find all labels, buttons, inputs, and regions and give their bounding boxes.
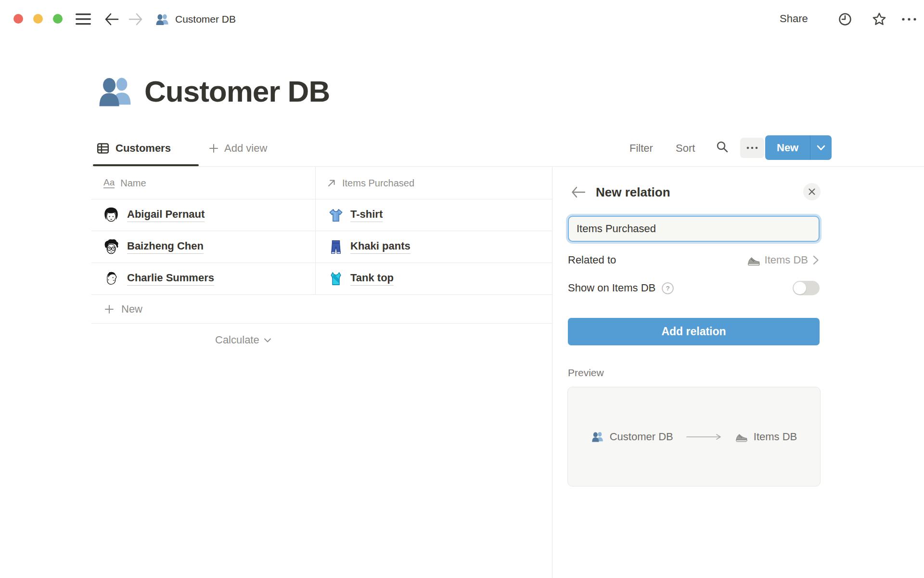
search-icon[interactable] [715, 140, 730, 154]
ellipsis-icon [746, 146, 758, 150]
tab-customers-label: Customers [116, 142, 171, 155]
show-on-label: Show on Items DB [568, 282, 655, 294]
cell-items-purchased[interactable]: Tank top [315, 271, 394, 287]
cell-name[interactable]: Baizheng Chen [91, 238, 315, 256]
preview-source-db: Customer DB [610, 431, 673, 443]
chevron-down-icon [264, 338, 271, 343]
minimize-window-button[interactable] [33, 14, 43, 24]
page-title[interactable]: Customer DB [144, 74, 330, 108]
add-relation-label: Add relation [661, 325, 726, 338]
chevron-right-icon [812, 255, 820, 265]
breadcrumb[interactable]: Customer DB [155, 12, 236, 27]
curly-glasses-avatar-icon [102, 238, 120, 256]
add-view-button[interactable]: Add view [208, 139, 267, 158]
window-titlebar: Customer DB Share [0, 0, 924, 39]
busts-in-silhouette-icon [155, 12, 169, 26]
relation-preview-card: Customer DB Items DB [567, 387, 821, 486]
new-record-button[interactable]: New [765, 135, 810, 160]
t-shirt-icon [328, 207, 344, 223]
woman-bob-avatar-icon [102, 206, 120, 224]
new-button-label: New [777, 142, 798, 154]
record-link[interactable]: Abigail Pernaut [127, 208, 205, 222]
running-shirt-icon [328, 271, 344, 287]
panel-close-button[interactable] [803, 183, 821, 200]
related-to-value: Items DB [765, 254, 808, 266]
table-row: Charlie Summers Tank top [91, 263, 552, 294]
calculate-button[interactable]: Calculate [215, 331, 271, 349]
new-button-dropdown[interactable] [810, 135, 832, 160]
record-link[interactable]: Charlie Summers [127, 272, 214, 286]
table-row: Baizheng Chen Khaki pants [91, 231, 552, 263]
column-header-label: Name [120, 178, 146, 189]
add-view-label: Add view [224, 142, 267, 155]
new-record-split-button: New [765, 135, 832, 160]
zoom-window-button[interactable] [53, 14, 63, 24]
busts-in-silhouette-icon[interactable] [96, 72, 134, 110]
active-tab-underline [93, 164, 199, 166]
tab-customers[interactable]: Customers [96, 139, 171, 158]
column-header-items-purchased[interactable]: Items Purchased [326, 173, 414, 193]
table-view-icon [96, 142, 110, 155]
clock-icon[interactable] [837, 12, 853, 27]
sneaker-icon [735, 430, 748, 443]
record-link[interactable]: Baizheng Chen [127, 240, 204, 254]
sneaker-icon [747, 253, 760, 267]
notion-window: Customer DB Share Customer DB Customers [0, 0, 924, 578]
relation-link[interactable]: T-shirt [350, 208, 383, 222]
svg-text:?: ? [666, 285, 670, 292]
preview-target-db: Items DB [754, 431, 797, 443]
panel-title: New relation [596, 185, 670, 200]
relation-link[interactable]: Tank top [350, 272, 394, 286]
hamburger-menu-icon[interactable] [75, 13, 92, 26]
view-options-button[interactable] [740, 138, 764, 158]
busts-in-silhouette-icon [591, 430, 604, 443]
new-relation-panel: New relation Related to Items DB Show on… [552, 167, 924, 578]
forward-icon[interactable] [128, 12, 143, 26]
column-header-name[interactable]: Aa Name [103, 173, 146, 193]
long-arrow-right-icon [686, 434, 722, 440]
add-relation-button[interactable]: Add relation [568, 318, 820, 345]
show-on-toggle[interactable] [793, 281, 820, 295]
back-icon[interactable] [104, 12, 119, 26]
text-type-icon: Aa [103, 178, 115, 188]
more-options-icon[interactable] [901, 16, 917, 22]
show-on-row: Show on Items DB ? [568, 275, 820, 302]
close-window-button[interactable] [13, 14, 23, 24]
table-row: Abigail Pernaut T-shirt [91, 199, 552, 231]
relation-link[interactable]: Khaki pants [350, 240, 411, 254]
table-line [91, 323, 552, 324]
new-row-button[interactable]: New [91, 295, 552, 323]
plus-icon [208, 143, 219, 154]
related-to-row[interactable]: Related to Items DB [568, 247, 820, 274]
toggle-knob [794, 282, 806, 294]
related-to-label: Related to [568, 254, 616, 266]
column-header-label: Items Purchased [342, 178, 414, 189]
cell-name[interactable]: Abigail Pernaut [91, 206, 315, 224]
help-icon[interactable]: ? [661, 282, 674, 295]
chevron-down-icon [816, 144, 826, 151]
star-icon[interactable] [871, 11, 887, 27]
plus-icon [103, 303, 115, 315]
panel-back-icon[interactable] [571, 186, 586, 198]
calculate-label: Calculate [215, 334, 259, 346]
jeans-icon [328, 239, 344, 255]
cell-items-purchased[interactable]: Khaki pants [315, 239, 411, 255]
cell-name[interactable]: Charlie Summers [91, 270, 315, 288]
breadcrumb-title: Customer DB [175, 13, 236, 25]
sort-button[interactable]: Sort [676, 142, 695, 155]
relation-arrow-icon [326, 178, 337, 188]
filter-button[interactable]: Filter [629, 142, 653, 155]
relation-name-input[interactable] [568, 216, 820, 242]
new-row-label: New [121, 303, 142, 315]
preview-label: Preview [568, 367, 604, 379]
page-title-block: Customer DB [96, 72, 330, 110]
profile-avatar-icon [102, 270, 120, 288]
share-button[interactable]: Share [780, 13, 808, 25]
close-icon [808, 187, 816, 196]
cell-items-purchased[interactable]: T-shirt [315, 207, 383, 223]
